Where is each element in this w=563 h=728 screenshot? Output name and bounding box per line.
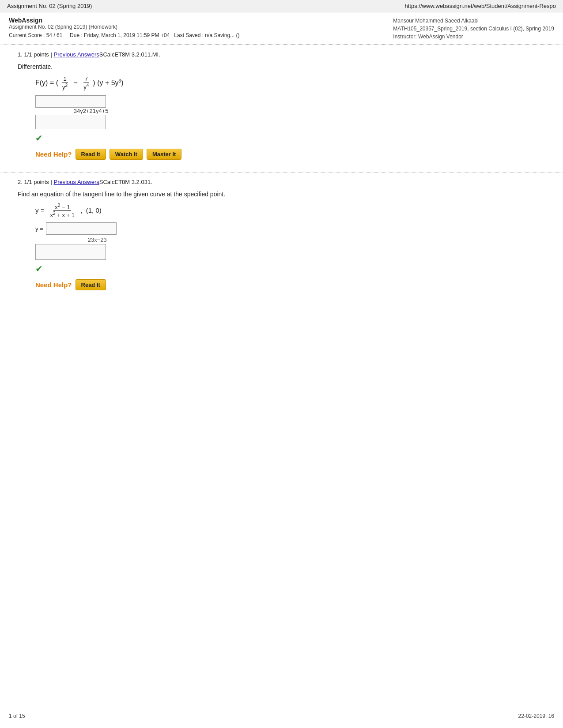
last-saved: Last Saved : n/a Saving... () — [174, 32, 239, 38]
window-title-right: https://www.webassign.net/web/Student/As… — [404, 3, 556, 9]
course-info: MATH105_20357_Spring_2019, section Calcu… — [393, 25, 554, 33]
problem-1-code: SCalcET8M 3.2.011.MI. — [99, 51, 160, 58]
problem-2-answer-display: 23x−23 — [35, 236, 545, 260]
window-title-left: Assignment No. 02 (Spring 2019) — [7, 3, 92, 9]
assignment-subtitle: Assignment No. 02 (Spring 2019) (Homewor… — [9, 24, 239, 30]
problem-2-previous-answers[interactable]: Previous Answers — [53, 179, 99, 185]
problem-1-answer-area: 34y2+21y4+5 — [35, 95, 545, 129]
master-it-button-1[interactable]: Master It — [147, 149, 181, 160]
date-info: 22-02-2019, 16 — [518, 713, 554, 719]
score-label: Current Score : 54 / 61 — [9, 32, 62, 38]
problem-2-need-help: Need Help? Read It — [35, 279, 545, 290]
problem-1-previous-answers[interactable]: Previous Answers — [53, 51, 99, 58]
problem-2-input-row: y = — [35, 222, 545, 235]
problem-2-bottom-input[interactable] — [35, 244, 106, 260]
problem-2-checkmark: ✔ — [35, 263, 545, 274]
problem-1-input-wrapper: 34y2+21y4+5 — [35, 95, 108, 129]
page-info: 1 of 15 — [9, 713, 25, 719]
problem-1-header: 1. 1/1 points | Previous AnswersSCalcET8… — [18, 51, 545, 58]
problem-1-number: 1. — [18, 51, 23, 58]
read-it-button-1[interactable]: Read It — [76, 149, 106, 160]
page-footer-left: 1 of 15 — [9, 713, 25, 719]
due-label: Due : Friday, March 1, 2019 11:59 PM +04 — [70, 32, 170, 38]
problem-1-top-input[interactable] — [35, 95, 106, 108]
problem-2-section: 2. 1/1 points | Previous AnswersSCalcET8… — [0, 173, 563, 303]
problem-2-answer-area: y = 23x−23 — [35, 222, 545, 260]
problem-1-equation: F(y) = ( 1 y2 − 7 y4 ) (y + 5y3) — [35, 75, 545, 91]
problem-2-header: 2. 1/1 points | Previous AnswersSCalcET8… — [18, 179, 545, 185]
problem-2-answer-label: y = — [35, 225, 43, 232]
instructor: Instructor: WebAssign Vendor — [393, 33, 554, 41]
problem-2-points: 1/1 points — [24, 179, 49, 185]
problem-2-equation: y = x2 − 1 x2 + x + 1 , (1, 0) — [35, 203, 545, 219]
header-section: WebAssign Assignment No. 02 (Spring 2019… — [0, 12, 563, 45]
problem-1-section: 1. 1/1 points | Previous AnswersSCalcET8… — [0, 45, 563, 173]
problem-2-instruction: Find an equation of the tangent line to … — [18, 191, 545, 198]
need-help-label-1: Need Help? — [35, 150, 72, 158]
page-footer-right: 22-02-2019, 16 — [518, 713, 554, 719]
watch-it-button-1[interactable]: Watch It — [110, 149, 143, 160]
problem-1-answer-text: 34y2+21y4+5 — [35, 108, 108, 114]
problem-1-need-help: Need Help? Read It Watch It Master It — [35, 149, 545, 160]
student-name: Mansour Mohammed Saeed Alkaabi — [393, 17, 554, 25]
site-title: WebAssign — [9, 17, 239, 24]
window-title-bar: Assignment No. 02 (Spring 2019) https://… — [0, 0, 563, 12]
problem-1-checkmark: ✔ — [35, 133, 545, 143]
problem-1-bottom-input[interactable] — [35, 115, 106, 129]
problem-1-instruction: Differentiate. — [18, 63, 545, 70]
header-right: Mansour Mohammed Saeed Alkaabi MATH105_2… — [393, 17, 554, 41]
problem-2-code: SCalcET8M 3.2.031. — [99, 179, 152, 185]
header-left: WebAssign Assignment No. 02 (Spring 2019… — [9, 17, 239, 41]
need-help-label-2: Need Help? — [35, 281, 72, 289]
problem-2-number: 2. — [18, 179, 23, 185]
read-it-button-2[interactable]: Read It — [76, 279, 106, 290]
problem-2-top-input[interactable] — [46, 222, 117, 235]
problem-1-points: 1/1 points — [24, 51, 49, 58]
score-info: Current Score : 54 / 61 Due : Friday, Ma… — [9, 32, 239, 38]
